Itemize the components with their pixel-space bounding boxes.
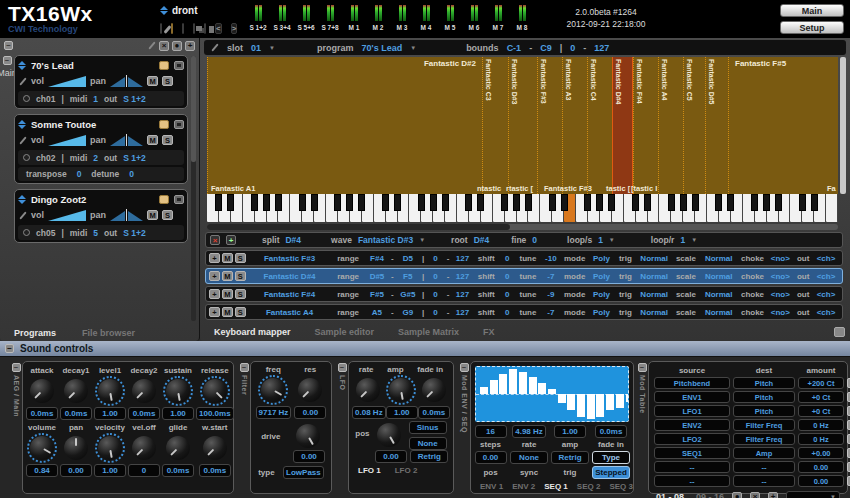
main-button[interactable]: Main [780, 4, 844, 17]
dot-icon[interactable]: ● [172, 41, 182, 51]
minimize-modenv-button[interactable]: − [460, 363, 469, 372]
black-key[interactable] [715, 194, 722, 211]
pan-slider[interactable] [110, 134, 143, 146]
decay1-knob[interactable] [64, 379, 88, 403]
mod-amount[interactable]: 0.00 [798, 475, 844, 487]
range-low[interactable]: F#4 [365, 254, 389, 263]
decay2-knob[interactable] [132, 379, 156, 403]
black-key[interactable] [227, 194, 234, 211]
key-zone[interactable]: Fantastic A3 [562, 57, 587, 194]
knob-value[interactable]: 0.0ms [128, 407, 160, 420]
key-zone[interactable]: Fantastic D#4 [612, 57, 633, 194]
volume-knob[interactable] [30, 436, 54, 460]
mod-dest[interactable]: Filter Freq [733, 419, 795, 431]
mod-amount[interactable]: +0.00 [798, 447, 844, 459]
tab-lfo-1[interactable]: LFO 1 [358, 466, 381, 475]
black-key[interactable] [311, 194, 318, 211]
black-key[interactable] [358, 194, 365, 211]
black-key[interactable] [584, 194, 591, 211]
filter-res-value[interactable]: 0.00 [294, 406, 326, 419]
sample-row[interactable]: +MSFantastic F#4rangeF#5-G#5|0-127shift0… [205, 286, 843, 302]
sample-name[interactable]: Fantastic A4 [248, 308, 331, 317]
seq-step-bar[interactable] [596, 394, 604, 417]
black-key[interactable] [692, 194, 699, 211]
mod-amount[interactable]: 0 Hz [798, 433, 844, 445]
vel-high[interactable]: 127 [451, 254, 473, 263]
remove-split-button[interactable]: × [210, 235, 220, 245]
key-zone[interactable]: Fantastic D#5 [705, 57, 728, 194]
black-key[interactable] [763, 194, 770, 211]
tab-programs[interactable]: Programs [14, 328, 56, 338]
seq-type-button[interactable]: Type [592, 451, 630, 464]
lfo-trig-button[interactable]: Retrig [410, 450, 448, 463]
seq-rate-value[interactable]: 4.98 Hz [512, 425, 546, 438]
knob-value[interactable]: 1.00 [94, 407, 126, 420]
chevron-down-icon[interactable]: ▼ [419, 237, 425, 243]
solo-button[interactable]: S [235, 307, 246, 317]
shift-value[interactable]: 0 [499, 308, 515, 317]
wrench-icon[interactable] [160, 23, 162, 34]
range-low[interactable]: A5 [365, 308, 389, 317]
scale-value[interactable]: Normal [700, 272, 738, 281]
knob-value[interactable]: 1.00 [94, 464, 126, 477]
mod-dest[interactable]: Amp [733, 447, 795, 459]
minimize-modtable-button[interactable]: − [638, 363, 647, 372]
mute-button[interactable]: M [147, 135, 158, 145]
black-key[interactable] [501, 194, 508, 211]
seq-sync-select[interactable]: None [510, 451, 548, 464]
black-key[interactable] [334, 194, 341, 211]
close-button[interactable]: × [750, 492, 760, 498]
dot-button[interactable]: ● [732, 492, 742, 498]
piano-keyboard[interactable] [207, 194, 838, 222]
lfo-fade-knob[interactable] [422, 378, 446, 402]
reorder-icon[interactable] [18, 61, 26, 70]
choke-value[interactable]: <no> [767, 290, 793, 299]
program-select-radio[interactable] [23, 229, 30, 236]
choke-value[interactable]: <no> [767, 254, 793, 263]
pan-slider[interactable] [110, 209, 143, 221]
black-key[interactable] [525, 194, 532, 211]
modtable-dropdown[interactable]: ▼ [786, 491, 840, 498]
add-button[interactable]: + [768, 492, 778, 498]
copy-icon[interactable] [193, 23, 195, 34]
vel-high[interactable]: 127 [451, 290, 473, 299]
seq-trig-button[interactable]: Retrig [551, 451, 589, 464]
seq-fade-value[interactable]: 0.0ms [595, 425, 627, 438]
key-zone[interactable]: Fantastic D#2 [207, 57, 482, 194]
trig-value[interactable]: Normal [636, 272, 672, 281]
lfo-rate-knob[interactable] [356, 378, 380, 402]
minimize-filter-button[interactable]: − [240, 363, 249, 372]
mod-dest[interactable]: Pitch [733, 391, 795, 403]
lfo-amp-knob[interactable] [389, 378, 413, 402]
transpose-value[interactable]: 0 [77, 169, 82, 179]
mod-amount[interactable]: +0 Ct [798, 405, 844, 417]
black-key[interactable] [775, 194, 782, 211]
chevron-down-icon[interactable]: ▼ [609, 237, 615, 243]
save-icon[interactable] [174, 195, 184, 204]
seq-step-bar[interactable] [490, 380, 498, 394]
out-value[interactable]: S 1+2 [123, 228, 145, 238]
programs-scrollbar[interactable] [191, 56, 196, 321]
mode-value[interactable]: Poly [589, 290, 615, 299]
velocity-high[interactable]: 127 [594, 43, 609, 53]
sample-name[interactable]: Fantastic D#4 [248, 272, 331, 281]
w-start-knob[interactable] [203, 436, 227, 460]
knob-value[interactable]: 0.84 [26, 464, 58, 477]
black-key[interactable] [346, 194, 353, 211]
tune-value[interactable]: -9 [541, 290, 561, 299]
seq-steps-value[interactable]: 16 [475, 425, 507, 438]
black-key[interactable] [751, 194, 758, 211]
program-slot[interactable]: Dingo Zoot2volpanMSch05|midi5outS 1+2 [14, 189, 188, 243]
vel-high[interactable]: 127 [451, 272, 473, 281]
out-value[interactable]: <ch> [813, 290, 839, 299]
filter-type-select[interactable]: LowPass [283, 466, 324, 479]
sample-row[interactable]: +MSFantastic D#4rangeD#5-F5|0-127shift0t… [205, 268, 843, 284]
mode-value[interactable]: Poly [589, 254, 615, 263]
program-select-radio[interactable] [23, 95, 30, 102]
seq-step-bar[interactable] [567, 394, 575, 410]
volume-slider[interactable] [48, 135, 86, 146]
filter-drive-knob[interactable] [296, 424, 320, 448]
lfo-amp-value[interactable]: 1.00 [386, 406, 418, 419]
pager-09-16[interactable]: 09 - 16 [696, 492, 724, 498]
black-key[interactable] [465, 194, 472, 211]
